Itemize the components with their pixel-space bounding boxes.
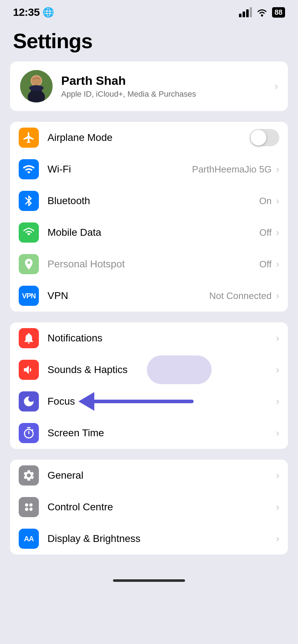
personal-hotspot-label: Personal Hotspot [48,258,259,270]
svg-rect-0 [239,14,241,17]
notifications-label: Notifications [48,332,276,344]
wifi-icon [256,7,268,17]
bluetooth-item[interactable]: Bluetooth On › [10,185,288,217]
vpn-item[interactable]: VPN VPN Not Connected › [10,280,288,312]
profile-card[interactable]: Parth Shah Apple ID, iCloud+, Media & Pu… [10,61,288,111]
home-indicator-area [0,565,298,587]
wifi-label: Wi-Fi [48,164,192,175]
notifications-group: Notifications › Sounds & Haptics › Focus… [10,322,288,449]
svg-point-4 [261,14,263,17]
focus-label: Focus [48,396,276,407]
sounds-haptics-icon [19,360,39,380]
display-brightness-item[interactable]: AA Display & Brightness › [10,523,288,555]
screen-time-chevron-icon: › [276,427,279,439]
toggle-knob [250,130,266,146]
svg-rect-2 [246,9,249,17]
focus-chevron-icon: › [276,396,279,407]
mobile-data-icon [19,222,39,243]
control-centre-icon [19,497,39,517]
status-bar: 12:35 🌐 88 [0,0,298,22]
profile-left: Parth Shah Apple ID, iCloud+, Media & Pu… [20,70,196,102]
personal-hotspot-value: Off [259,259,271,270]
mobile-data-label: Mobile Data [48,227,259,238]
wifi-chevron-icon: › [276,164,279,175]
control-centre-chevron-icon: › [276,501,279,513]
notifications-chevron-icon: › [276,332,279,344]
sounds-haptics-chevron-icon: › [276,364,279,376]
status-icons: 88 [239,7,285,18]
airplane-mode-item[interactable]: Airplane Mode [10,122,288,153]
connectivity-group: Airplane Mode Wi-Fi ParthHeemaJio 5G › B… [10,122,288,312]
svg-point-11 [29,85,44,91]
personal-hotspot-icon [19,254,39,274]
bluetooth-value: On [259,196,272,207]
notifications-item[interactable]: Notifications › [10,322,288,354]
vpn-chevron-icon: › [276,290,279,302]
personal-hotspot-item[interactable]: Personal Hotspot Off › [10,248,288,280]
sounds-haptics-label: Sounds & Haptics [48,364,276,376]
general-group: General › Control Centre › AA Display & … [10,460,288,555]
profile-info: Parth Shah Apple ID, iCloud+, Media & Pu… [61,74,196,99]
vpn-label: VPN [48,290,209,302]
mobile-data-value: Off [259,227,271,238]
wifi-item[interactable]: Wi-Fi ParthHeemaJio 5G › [10,153,288,185]
sounds-haptics-item[interactable]: Sounds & Haptics › [10,354,288,386]
personal-hotspot-chevron-icon: › [276,258,279,270]
general-chevron-icon: › [276,470,279,481]
profile-chevron-icon: › [275,80,278,92]
vpn-icon: VPN [19,286,39,306]
svg-point-13 [30,503,33,507]
svg-point-12 [25,503,28,507]
display-brightness-label: Display & Brightness [48,533,276,544]
general-item[interactable]: General › [10,460,288,491]
wifi-settings-icon [19,159,39,179]
avatar [20,70,53,102]
screen-time-item[interactable]: Screen Time › [10,417,288,449]
mobile-data-chevron-icon: › [276,227,279,238]
control-centre-item[interactable]: Control Centre › [10,491,288,523]
airplane-mode-toggle[interactable] [250,129,279,146]
airplane-mode-icon [19,128,39,148]
focus-icon [19,391,39,411]
vpn-value: Not Connected [209,290,271,302]
display-brightness-chevron-icon: › [276,533,279,544]
general-label: General [48,470,276,481]
battery-icon: 88 [272,7,285,18]
focus-item[interactable]: Focus › [10,386,288,417]
battery-level: 88 [275,8,283,17]
bluetooth-label: Bluetooth [48,195,259,207]
home-indicator [113,579,185,582]
globe-icon: 🌐 [42,7,54,18]
svg-rect-1 [243,12,245,17]
screen-time-label: Screen Time [48,427,276,439]
signal-icon [239,7,252,17]
page-title: Settings [0,22,298,61]
bluetooth-chevron-icon: › [276,195,279,207]
status-time: 12:35 [13,6,40,18]
display-brightness-icon: AA [19,529,39,549]
svg-rect-3 [250,7,252,17]
wifi-value: ParthHeemaJio 5G [192,164,272,175]
svg-point-14 [25,508,28,511]
general-icon [19,465,39,486]
bluetooth-icon [19,191,39,211]
control-centre-label: Control Centre [48,501,276,513]
notifications-icon [19,328,39,348]
profile-name: Parth Shah [61,74,196,88]
screen-time-icon [19,423,39,443]
status-time-area: 12:35 🌐 [13,6,54,18]
mobile-data-item[interactable]: Mobile Data Off › [10,217,288,248]
airplane-mode-label: Airplane Mode [48,132,250,143]
profile-subtitle: Apple ID, iCloud+, Media & Purchases [61,89,196,99]
svg-point-15 [30,508,33,511]
